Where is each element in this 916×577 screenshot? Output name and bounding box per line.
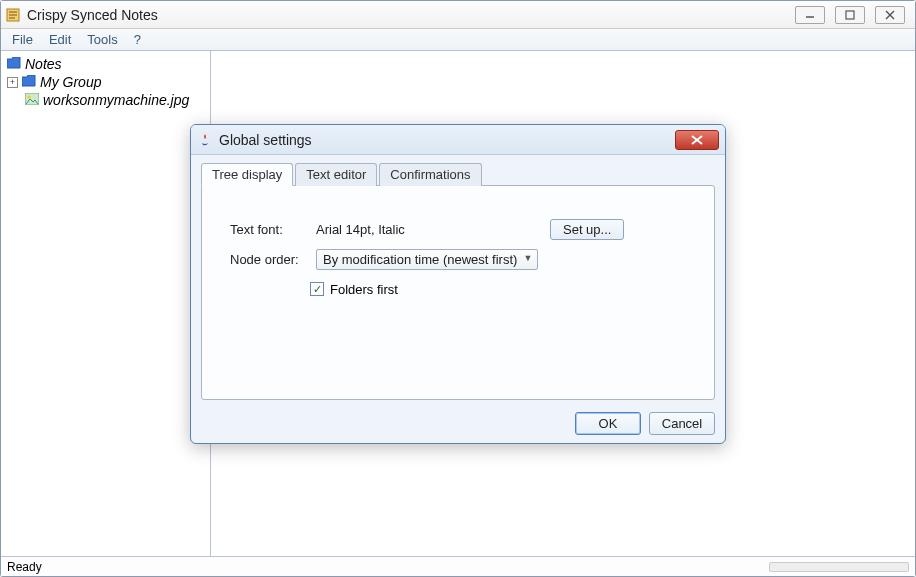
java-icon [197, 132, 213, 148]
tree-file[interactable]: worksonmymachine.jpg [3, 91, 208, 109]
tree-root[interactable]: Notes [3, 55, 208, 73]
value-text-font: Arial 14pt, Italic [316, 222, 496, 237]
menubar: File Edit Tools ? [1, 29, 915, 51]
svg-point-9 [28, 96, 31, 99]
dialog-button-row: OK Cancel [191, 406, 725, 443]
dialog-title: Global settings [219, 132, 675, 148]
tab-content: Text font: Arial 14pt, Italic Set up... … [201, 185, 715, 400]
cancel-button[interactable]: Cancel [649, 412, 715, 435]
tab-text-editor[interactable]: Text editor [295, 163, 377, 186]
menu-file[interactable]: File [7, 30, 38, 49]
label-folders-first: Folders first [330, 282, 398, 297]
select-node-order[interactable]: By modification time (newest first) [316, 249, 538, 270]
dialog-titlebar[interactable]: Global settings [191, 125, 725, 155]
tree-root-label: Notes [25, 56, 62, 72]
tree-file-label: worksonmymachine.jpg [43, 92, 189, 108]
image-icon [25, 92, 39, 108]
menu-edit[interactable]: Edit [44, 30, 76, 49]
tab-tree-display[interactable]: Tree display [201, 163, 293, 186]
global-settings-dialog: Global settings Tree display Text editor… [190, 124, 726, 444]
select-node-order-value: By modification time (newest first) [323, 252, 517, 267]
tab-confirmations[interactable]: Confirmations [379, 163, 481, 186]
folder-icon [22, 74, 36, 90]
expand-icon[interactable]: + [7, 77, 18, 88]
statusbar: Ready [1, 556, 915, 576]
main-titlebar[interactable]: Crispy Synced Notes [1, 1, 915, 29]
menu-tools[interactable]: Tools [82, 30, 122, 49]
dialog-body: Tree display Text editor Confirmations T… [191, 155, 725, 406]
tree-group-label: My Group [40, 74, 101, 90]
menu-help[interactable]: ? [129, 30, 146, 49]
maximize-button[interactable] [835, 6, 865, 24]
row-text-font: Text font: Arial 14pt, Italic Set up... [230, 214, 686, 244]
status-text: Ready [7, 560, 42, 574]
tree-group[interactable]: + My Group [3, 73, 208, 91]
dialog-close-button[interactable] [675, 130, 719, 150]
folder-icon [7, 56, 21, 72]
tree-panel[interactable]: Notes + My Group worksonmymachine.jpg [1, 51, 211, 556]
close-button[interactable] [875, 6, 905, 24]
row-node-order: Node order: By modification time (newest… [230, 244, 686, 274]
setup-button[interactable]: Set up... [550, 219, 624, 240]
ok-button[interactable]: OK [575, 412, 641, 435]
app-icon [5, 7, 21, 23]
checkbox-folders-first[interactable]: ✓ [310, 282, 324, 296]
minimize-button[interactable] [795, 6, 825, 24]
window-title: Crispy Synced Notes [27, 7, 795, 23]
window-controls [795, 6, 905, 24]
label-node-order: Node order: [230, 252, 310, 267]
row-folders-first: ✓ Folders first [230, 274, 686, 304]
tabstrip: Tree display Text editor Confirmations [201, 163, 715, 186]
label-text-font: Text font: [230, 222, 310, 237]
resize-grip[interactable] [769, 562, 909, 572]
svg-rect-5 [846, 11, 854, 19]
